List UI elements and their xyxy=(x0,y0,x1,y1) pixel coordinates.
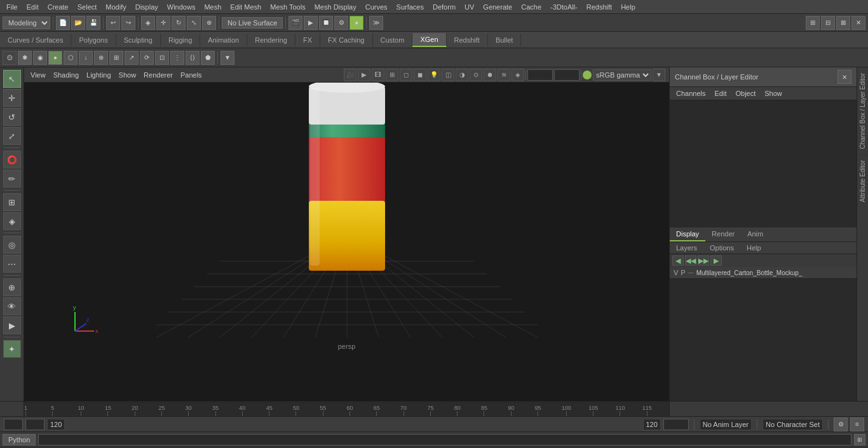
menu-deform[interactable]: Deform xyxy=(429,2,459,12)
viewport-view-menu[interactable]: View xyxy=(28,70,48,80)
vis-lt[interactable]: 👁 xyxy=(3,297,21,315)
rp-tab-display[interactable]: Display xyxy=(670,227,705,241)
menu-windows[interactable]: Windows xyxy=(163,2,200,12)
rp-tab-render[interactable]: Render xyxy=(705,227,741,241)
layout-btn2[interactable]: ⊟ xyxy=(821,16,835,30)
menu-surfaces[interactable]: Surfaces xyxy=(393,2,428,12)
rotate-tool-lt[interactable]: ↺ xyxy=(3,108,21,126)
shelf-btn5[interactable]: ↓ xyxy=(79,51,93,65)
redo-btn[interactable]: ↪ xyxy=(121,16,135,30)
tab-fx-caching[interactable]: FX Caching xyxy=(320,34,372,46)
tab-fx[interactable]: FX xyxy=(295,34,320,46)
vp-depth-btn[interactable]: ⏺ xyxy=(484,69,496,81)
layer-v-label[interactable]: V xyxy=(674,269,678,276)
tab-sculpting[interactable]: Sculpting xyxy=(116,34,161,46)
tab-polygons[interactable]: Polygons xyxy=(71,34,116,46)
tab-rendering[interactable]: Rendering xyxy=(247,34,295,46)
menu-create[interactable]: Create xyxy=(44,2,72,12)
save-file-btn[interactable]: 💾 xyxy=(86,16,100,30)
rp-tab-anim[interactable]: Anim xyxy=(741,227,770,241)
soft-select-lt[interactable]: ◎ xyxy=(3,236,21,254)
menu-mesh-tools[interactable]: Mesh Tools xyxy=(266,2,309,12)
vp-film-btn[interactable]: 🎞 xyxy=(372,69,384,81)
shelf-btn2[interactable]: ◉ xyxy=(33,51,47,65)
viewport-shading-menu[interactable]: Shading xyxy=(51,70,81,80)
layer-fwd-btn[interactable]: ▶▶ xyxy=(698,255,709,266)
new-file-btn[interactable]: 📄 xyxy=(56,16,70,30)
vp-render-btn[interactable]: ▶ xyxy=(358,69,370,81)
viewport-lighting-menu[interactable]: Lighting xyxy=(84,70,114,80)
open-file-btn[interactable]: 📂 xyxy=(71,16,85,30)
layer-prev-btn[interactable]: ◀ xyxy=(672,255,684,266)
timeline-ruler[interactable]: 1510152025303540455055606570758085909510… xyxy=(24,402,669,416)
char-set-btn1[interactable]: ⚙ xyxy=(834,417,848,431)
viewport-show-menu[interactable]: Show xyxy=(116,70,139,80)
layout-btn1[interactable]: ⊞ xyxy=(806,16,820,30)
tweak-lt[interactable]: ⋯ xyxy=(3,255,21,273)
snap2-lt[interactable]: ◈ xyxy=(3,212,21,230)
tab-xgen[interactable]: XGen xyxy=(412,33,446,47)
menu-help[interactable]: Help xyxy=(617,2,639,12)
vp-val1-input[interactable]: 0.00 xyxy=(527,69,553,81)
menu-cache[interactable]: Cache xyxy=(517,2,545,12)
attr-editor-side-tab[interactable]: Attribute Editor xyxy=(857,154,868,207)
paint-tool-lt[interactable]: ✏ xyxy=(3,170,21,187)
vp-ao-btn[interactable]: ◑ xyxy=(456,69,468,81)
rotate-tool-btn[interactable]: ↻ xyxy=(172,16,186,30)
frame-start-input[interactable]: 1 xyxy=(4,419,23,430)
viewport-panels-menu[interactable]: Panels xyxy=(178,70,205,80)
undo-btn[interactable]: ↩ xyxy=(106,16,120,30)
layer-next-btn[interactable]: ▶ xyxy=(710,255,722,266)
viewport-renderer-menu[interactable]: Renderer xyxy=(141,70,175,80)
live-surface-btn[interactable]: No Live Surface xyxy=(222,17,283,29)
shelf-btn7[interactable]: ⊞ xyxy=(109,51,123,65)
render-btn[interactable]: 🎬 xyxy=(288,16,302,30)
menu-redshift[interactable]: Redshift xyxy=(583,2,616,12)
vp-light-btn[interactable]: 💡 xyxy=(428,69,440,81)
char-set-btn2[interactable]: ≡ xyxy=(850,417,864,431)
rp-edit-btn[interactable]: Edit xyxy=(710,88,730,98)
vp-val2-input[interactable]: 1.00 xyxy=(554,69,580,81)
rp-subtab-help[interactable]: Help xyxy=(740,242,768,254)
shelf-btn3[interactable]: ● xyxy=(48,51,62,65)
xgen-lt[interactable]: ✦ xyxy=(3,340,21,358)
mode-dropdown[interactable]: Modeling xyxy=(3,17,50,29)
tab-animation[interactable]: Animation xyxy=(200,34,247,46)
vp-wireframe-btn[interactable]: ◻ xyxy=(400,69,412,81)
universal-tool-btn[interactable]: ⊕ xyxy=(202,16,216,30)
layer-p-label[interactable]: P xyxy=(681,269,685,276)
ipr-btn[interactable]: ▶ xyxy=(304,16,318,30)
set-lt[interactable]: ⊕ xyxy=(3,278,21,296)
vp-shading-btn[interactable]: ◼ xyxy=(414,69,426,81)
script-editor-btn[interactable]: ⊞ xyxy=(854,434,865,445)
vp-aa-btn[interactable]: ⊙ xyxy=(470,69,482,81)
tab-redshift[interactable]: Redshift xyxy=(447,34,488,46)
snap-lt[interactable]: ⊞ xyxy=(3,193,21,211)
shelf-btn1[interactable]: ✱ xyxy=(18,51,32,65)
shelf-btn13[interactable]: ⬟ xyxy=(201,51,215,65)
vp-shadow-btn[interactable]: ◫ xyxy=(442,69,454,81)
move-tool-lt[interactable]: ✛ xyxy=(3,89,21,107)
layer-back-btn[interactable]: ◀◀ xyxy=(685,255,696,266)
menu-edit-mesh[interactable]: Edit Mesh xyxy=(226,2,265,12)
command-line-input[interactable]: makeIdentity -apply true -t 1 -r 1 -s 1 … xyxy=(38,434,851,445)
scale-tool-lt[interactable]: ⤢ xyxy=(3,127,21,145)
shelf-btn9[interactable]: ⟳ xyxy=(140,51,154,65)
menu-edit[interactable]: Edit xyxy=(23,2,43,12)
vp-grid-btn[interactable]: ⊞ xyxy=(386,69,398,81)
layout-btn3[interactable]: ⊠ xyxy=(836,16,850,30)
vp-camera-btn[interactable]: 🎥 xyxy=(344,69,356,81)
menu-select[interactable]: Select xyxy=(74,2,101,12)
shelf-gear-btn[interactable]: ⚙ xyxy=(3,51,17,65)
viewport-render-btn[interactable]: 🔲 xyxy=(319,16,333,30)
vp-motion-btn[interactable]: ≋ xyxy=(498,69,510,81)
shelf-btn14[interactable]: ▼ xyxy=(220,51,234,65)
extra1-btn[interactable]: ≫ xyxy=(369,16,383,30)
menu-display[interactable]: Display xyxy=(132,2,162,12)
vp-isolate-btn[interactable]: ◈ xyxy=(512,69,524,81)
rp-subtab-layers[interactable]: Layers xyxy=(670,242,703,254)
anim-lt[interactable]: ▶ xyxy=(3,316,21,334)
menu-modify[interactable]: Modify xyxy=(102,2,130,12)
viewport-canvas[interactable]: x y z persp xyxy=(24,83,669,401)
lasso-tool-lt[interactable]: ⭕ xyxy=(3,151,21,168)
